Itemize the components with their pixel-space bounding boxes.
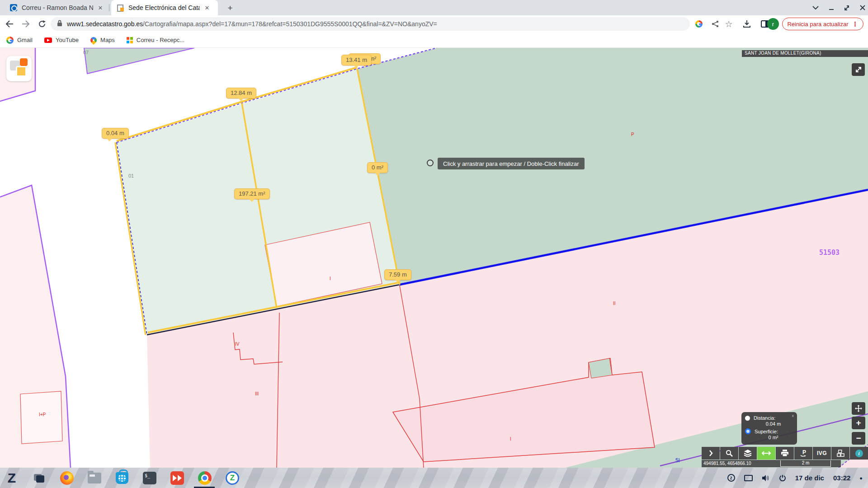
new-tab-button[interactable]: + — [225, 3, 236, 14]
building-label-ip: I+P — [39, 412, 46, 417]
info-icon: i — [855, 450, 863, 457]
panel-close-icon[interactable]: x — [792, 413, 794, 418]
area-radio[interactable] — [745, 428, 751, 434]
cubes-icon — [836, 450, 845, 457]
collapse-toolbar-button[interactable] — [702, 447, 720, 460]
layer-square-icon — [20, 58, 28, 66]
p-arrow-icon: P — [799, 449, 807, 457]
basemap-widget[interactable] — [6, 56, 32, 81]
coordinates-readout: 494981.55, 4654866.10 — [703, 461, 751, 466]
fullscreen-icon — [855, 66, 862, 73]
tab-strip: Correu - Ramon Boada Nico ✕ Sede Electró… — [0, 0, 868, 15]
ivg-button[interactable]: IVG — [813, 447, 831, 460]
url-bar: www1.sedecatastro.gob.es/Cartografia/map… — [0, 15, 868, 33]
active-app-indicator — [194, 487, 215, 488]
back-icon[interactable] — [3, 17, 16, 31]
anydesk-icon[interactable] — [170, 471, 184, 485]
zoom-in-button[interactable]: + — [852, 417, 865, 429]
measure-tool-button[interactable] — [757, 447, 775, 460]
measure-panel: x Distancia: 0.04 m Superficie: 0 m² — [741, 412, 797, 445]
firefox-icon[interactable] — [60, 471, 74, 485]
info-button[interactable]: i — [850, 447, 868, 460]
fullscreen-button[interactable] — [852, 63, 865, 76]
measure-label-13-41: 13.41 m — [341, 55, 372, 66]
minimize-icon[interactable] — [829, 5, 834, 10]
bookmark-correu[interactable]: Correu - Recepc... — [127, 37, 184, 43]
files-icon[interactable] — [87, 471, 102, 485]
tab-close-icon[interactable]: ✕ — [97, 4, 104, 11]
measure-tooltip: Click y arrastrar para empezar / Doble-C… — [438, 158, 585, 169]
zorin-menu-icon[interactable]: Z — [5, 471, 19, 485]
translate-icon[interactable] — [693, 19, 704, 29]
ivg-label: IVG — [817, 450, 827, 456]
lock-icon[interactable] — [57, 20, 62, 28]
search-button[interactable] — [720, 447, 738, 460]
volume-icon[interactable] — [762, 474, 770, 482]
chevron-right-icon — [709, 450, 713, 456]
tab-correu[interactable]: Correu - Ramon Boada Nico ✕ — [5, 0, 109, 15]
distance-value: 0.04 m — [753, 421, 793, 427]
3d-cubes-button[interactable] — [831, 447, 849, 460]
reload-icon[interactable] — [35, 17, 49, 31]
distance-radio[interactable] — [745, 416, 750, 421]
pan-button[interactable] — [852, 402, 865, 415]
zoom-out-button[interactable]: − — [852, 432, 865, 445]
share-icon[interactable] — [710, 19, 721, 29]
zorin-connect-icon[interactable]: Z — [225, 471, 240, 485]
menu-dots-icon[interactable]: ⋮ — [852, 20, 859, 28]
power-icon[interactable] — [779, 474, 786, 482]
tab-close-icon[interactable]: ✕ — [203, 4, 211, 11]
map-statusbar: 494981.55, 4654866.10 2 m — [702, 460, 841, 467]
tab-catastro[interactable]: Sede Electrónica del Catas ✕ — [111, 0, 218, 15]
building-label-i: I — [510, 436, 511, 441]
download-icon[interactable] — [741, 19, 752, 29]
software-store-icon[interactable] — [115, 471, 129, 485]
outlook-icon — [10, 4, 17, 11]
youtube-icon — [44, 38, 52, 43]
bookmark-star-icon[interactable]: ☆ — [723, 19, 734, 29]
workspace-switcher-icon[interactable] — [32, 471, 47, 485]
layers-button[interactable] — [739, 447, 757, 460]
print-button[interactable] — [776, 447, 794, 460]
parcel-label-07: 07 — [83, 50, 89, 55]
svg-text:P: P — [802, 449, 806, 455]
reinicia-button[interactable]: Reinicia para actualizar ⋮ — [782, 18, 863, 30]
measure-arrow-icon — [762, 451, 771, 455]
forward-icon[interactable] — [19, 17, 33, 31]
map-canvas — [0, 48, 868, 468]
layers-icon — [744, 450, 752, 457]
gmail-icon — [6, 37, 14, 44]
building-label-iii: III — [255, 391, 259, 396]
building-label-iv: IV — [235, 342, 239, 347]
omnibox[interactable]: www1.sedecatastro.gob.es/Cartografia/map… — [51, 17, 690, 31]
taskbar: Z $_ Z z 17 de dic 03:22 ● — [0, 468, 868, 488]
date[interactable]: 17 de dic — [795, 474, 824, 482]
zorin-connect-tray-icon[interactable]: z — [727, 474, 735, 482]
window-controls — [812, 0, 865, 15]
catastro-icon — [117, 4, 124, 11]
close-window-icon[interactable] — [860, 5, 865, 10]
microsoft-icon — [127, 37, 133, 43]
display-icon[interactable] — [744, 475, 753, 481]
bookmark-youtube[interactable]: YouTube — [44, 37, 79, 43]
terminal-icon[interactable]: $_ — [142, 471, 157, 485]
avatar[interactable]: r — [767, 18, 779, 30]
bookmark-maps[interactable]: Maps — [90, 37, 115, 43]
building-label-ii: II — [613, 301, 616, 306]
clock[interactable]: 03:22 — [833, 474, 850, 482]
restore-icon[interactable] — [844, 5, 850, 11]
notification-dot-icon[interactable]: ● — [859, 475, 863, 481]
bookmark-gmail[interactable]: Gmail — [6, 37, 33, 44]
cadastre-map[interactable]: 07 01 51503 I+P III IV II I I P 5l 13.41… — [0, 48, 868, 468]
chrome-icon[interactable] — [198, 471, 212, 485]
measure-label-7-59: 7.59 m — [384, 269, 411, 280]
screen: Correu - Ramon Boada Nico ✕ Sede Electró… — [0, 0, 868, 488]
measure-cursor-icon — [427, 160, 434, 166]
tab-search-chevron-icon[interactable] — [812, 6, 819, 9]
scale-bar: 2 m — [780, 460, 831, 467]
pan-icon — [854, 404, 863, 413]
tab-separator — [109, 4, 109, 11]
pdf-parcel-button[interactable]: P — [794, 447, 812, 460]
maps-icon — [89, 36, 98, 45]
taskbar-apps: Z $_ Z — [5, 468, 240, 488]
